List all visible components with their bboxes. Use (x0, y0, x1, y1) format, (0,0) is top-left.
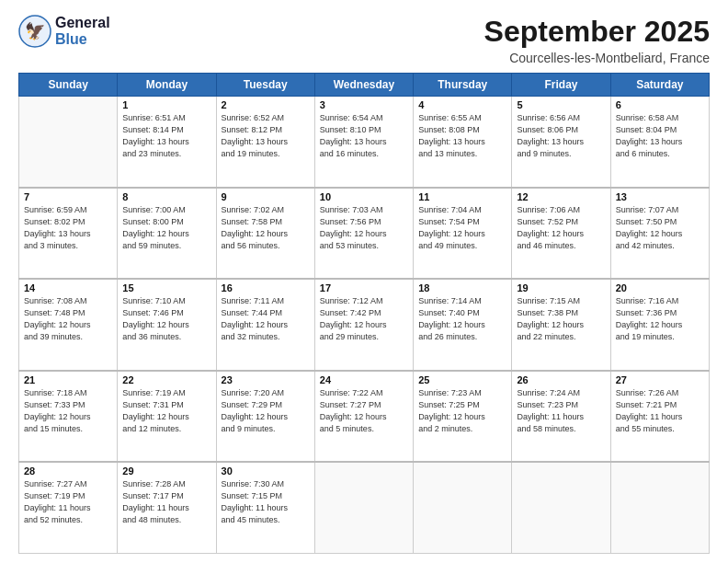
calendar-cell: 29Sunrise: 7:28 AM Sunset: 7:17 PM Dayli… (118, 462, 216, 553)
calendar-cell: 22Sunrise: 7:19 AM Sunset: 7:31 PM Dayli… (118, 371, 216, 462)
header-thursday: Thursday (414, 74, 512, 97)
day-number: 22 (122, 374, 210, 385)
day-number: 30 (222, 465, 310, 477)
title-block: September 2025 Courcelles-les-Montbeliar… (484, 15, 710, 65)
calendar-cell: 17Sunrise: 7:12 AM Sunset: 7:42 PM Dayli… (314, 279, 413, 370)
day-info: Sunrise: 7:19 AM Sunset: 7:31 PM Dayligh… (122, 387, 210, 435)
day-info: Sunrise: 7:02 AM Sunset: 7:58 PM Dayligh… (222, 204, 310, 252)
weekday-header-row: Sunday Monday Tuesday Wednesday Thursday… (19, 74, 710, 97)
calendar-cell: 30Sunrise: 7:30 AM Sunset: 7:15 PM Dayli… (216, 462, 314, 553)
calendar-week-row: 1Sunrise: 6:51 AM Sunset: 8:14 PM Daylig… (19, 97, 710, 188)
day-info: Sunrise: 7:03 AM Sunset: 7:56 PM Dayligh… (320, 204, 408, 252)
day-number: 23 (222, 374, 310, 385)
calendar-cell: 18Sunrise: 7:14 AM Sunset: 7:40 PM Dayli… (414, 279, 512, 370)
main-title: September 2025 (484, 15, 710, 49)
calendar-cell: 16Sunrise: 7:11 AM Sunset: 7:44 PM Dayli… (216, 279, 314, 370)
day-number: 18 (418, 282, 506, 293)
header-tuesday: Tuesday (216, 74, 314, 97)
day-number: 24 (320, 374, 408, 385)
day-number: 14 (24, 282, 112, 293)
calendar-cell: 8Sunrise: 7:00 AM Sunset: 8:00 PM Daylig… (118, 188, 216, 279)
calendar-cell: 6Sunrise: 6:58 AM Sunset: 8:04 PM Daylig… (610, 97, 709, 188)
day-info: Sunrise: 7:08 AM Sunset: 7:48 PM Dayligh… (24, 295, 112, 343)
day-info: Sunrise: 6:56 AM Sunset: 8:06 PM Dayligh… (517, 112, 605, 160)
calendar-cell: 3Sunrise: 6:54 AM Sunset: 8:10 PM Daylig… (314, 97, 413, 188)
logo-line1: General (55, 15, 110, 31)
day-number: 12 (517, 191, 605, 202)
day-info: Sunrise: 6:51 AM Sunset: 8:14 PM Dayligh… (122, 112, 210, 160)
day-number: 28 (24, 465, 112, 477)
day-info: Sunrise: 7:10 AM Sunset: 7:46 PM Dayligh… (122, 295, 210, 343)
day-info: Sunrise: 7:22 AM Sunset: 7:27 PM Dayligh… (320, 387, 408, 435)
header-friday: Friday (512, 74, 610, 97)
calendar-table: Sunday Monday Tuesday Wednesday Thursday… (18, 73, 710, 554)
day-info: Sunrise: 7:18 AM Sunset: 7:33 PM Dayligh… (24, 387, 112, 435)
day-number: 8 (122, 191, 210, 202)
calendar-cell (19, 97, 118, 188)
day-info: Sunrise: 7:30 AM Sunset: 7:15 PM Dayligh… (222, 478, 310, 526)
calendar-cell: 28Sunrise: 7:27 AM Sunset: 7:19 PM Dayli… (19, 462, 118, 553)
day-info: Sunrise: 7:23 AM Sunset: 7:25 PM Dayligh… (418, 387, 506, 435)
day-info: Sunrise: 7:12 AM Sunset: 7:42 PM Dayligh… (320, 295, 408, 343)
calendar-cell: 4Sunrise: 6:55 AM Sunset: 8:08 PM Daylig… (414, 97, 512, 188)
day-number: 9 (222, 191, 310, 202)
day-number: 5 (517, 99, 605, 110)
logo-icon: 🦅 (18, 15, 51, 48)
day-info: Sunrise: 7:16 AM Sunset: 7:36 PM Dayligh… (616, 295, 704, 343)
day-number: 27 (616, 374, 704, 385)
calendar-cell: 13Sunrise: 7:07 AM Sunset: 7:50 PM Dayli… (610, 188, 709, 279)
day-number: 17 (320, 282, 408, 293)
day-number: 2 (222, 99, 310, 110)
header: 🦅 General Blue September 2025 Courcelles… (18, 15, 710, 65)
page: 🦅 General Blue September 2025 Courcelles… (0, 0, 728, 563)
calendar-cell: 14Sunrise: 7:08 AM Sunset: 7:48 PM Dayli… (19, 279, 118, 370)
day-number: 29 (122, 465, 210, 477)
day-number: 26 (517, 374, 605, 385)
calendar-cell: 25Sunrise: 7:23 AM Sunset: 7:25 PM Dayli… (414, 371, 512, 462)
day-info: Sunrise: 7:24 AM Sunset: 7:23 PM Dayligh… (517, 387, 605, 435)
day-info: Sunrise: 7:07 AM Sunset: 7:50 PM Dayligh… (616, 204, 704, 252)
header-wednesday: Wednesday (314, 74, 413, 97)
calendar-cell: 24Sunrise: 7:22 AM Sunset: 7:27 PM Dayli… (314, 371, 413, 462)
day-number: 21 (24, 374, 112, 385)
calendar-cell (512, 462, 610, 553)
calendar-week-row: 28Sunrise: 7:27 AM Sunset: 7:19 PM Dayli… (19, 462, 710, 553)
calendar-cell: 11Sunrise: 7:04 AM Sunset: 7:54 PM Dayli… (414, 188, 512, 279)
day-number: 13 (616, 191, 704, 202)
day-number: 15 (122, 282, 210, 293)
day-info: Sunrise: 7:20 AM Sunset: 7:29 PM Dayligh… (222, 387, 310, 435)
day-info: Sunrise: 6:58 AM Sunset: 8:04 PM Dayligh… (616, 112, 704, 160)
day-number: 4 (418, 99, 506, 110)
day-number: 1 (122, 99, 210, 110)
day-number: 7 (24, 191, 112, 202)
calendar-week-row: 14Sunrise: 7:08 AM Sunset: 7:48 PM Dayli… (19, 279, 710, 370)
calendar-cell: 27Sunrise: 7:26 AM Sunset: 7:21 PM Dayli… (610, 371, 709, 462)
day-info: Sunrise: 7:06 AM Sunset: 7:52 PM Dayligh… (517, 204, 605, 252)
subtitle: Courcelles-les-Montbeliard, France (484, 51, 710, 65)
day-number: 16 (222, 282, 310, 293)
calendar-cell: 26Sunrise: 7:24 AM Sunset: 7:23 PM Dayli… (512, 371, 610, 462)
day-number: 25 (418, 374, 506, 385)
day-number: 11 (418, 191, 506, 202)
day-info: Sunrise: 7:00 AM Sunset: 8:00 PM Dayligh… (122, 204, 210, 252)
calendar-cell: 9Sunrise: 7:02 AM Sunset: 7:58 PM Daylig… (216, 188, 314, 279)
day-info: Sunrise: 7:26 AM Sunset: 7:21 PM Dayligh… (616, 387, 704, 435)
calendar-week-row: 7Sunrise: 6:59 AM Sunset: 8:02 PM Daylig… (19, 188, 710, 279)
calendar-cell: 19Sunrise: 7:15 AM Sunset: 7:38 PM Dayli… (512, 279, 610, 370)
day-info: Sunrise: 7:15 AM Sunset: 7:38 PM Dayligh… (517, 295, 605, 343)
day-info: Sunrise: 7:14 AM Sunset: 7:40 PM Dayligh… (418, 295, 506, 343)
calendar-cell: 10Sunrise: 7:03 AM Sunset: 7:56 PM Dayli… (314, 188, 413, 279)
calendar-cell: 15Sunrise: 7:10 AM Sunset: 7:46 PM Dayli… (118, 279, 216, 370)
day-number: 20 (616, 282, 704, 293)
day-info: Sunrise: 7:11 AM Sunset: 7:44 PM Dayligh… (222, 295, 310, 343)
day-info: Sunrise: 6:55 AM Sunset: 8:08 PM Dayligh… (418, 112, 506, 160)
calendar-cell: 1Sunrise: 6:51 AM Sunset: 8:14 PM Daylig… (118, 97, 216, 188)
calendar-cell: 7Sunrise: 6:59 AM Sunset: 8:02 PM Daylig… (19, 188, 118, 279)
day-number: 19 (517, 282, 605, 293)
calendar-cell: 5Sunrise: 6:56 AM Sunset: 8:06 PM Daylig… (512, 97, 610, 188)
calendar-cell: 12Sunrise: 7:06 AM Sunset: 7:52 PM Dayli… (512, 188, 610, 279)
calendar-cell: 2Sunrise: 6:52 AM Sunset: 8:12 PM Daylig… (216, 97, 314, 188)
logo: 🦅 General Blue (18, 15, 110, 48)
day-info: Sunrise: 7:04 AM Sunset: 7:54 PM Dayligh… (418, 204, 506, 252)
day-number: 10 (320, 191, 408, 202)
